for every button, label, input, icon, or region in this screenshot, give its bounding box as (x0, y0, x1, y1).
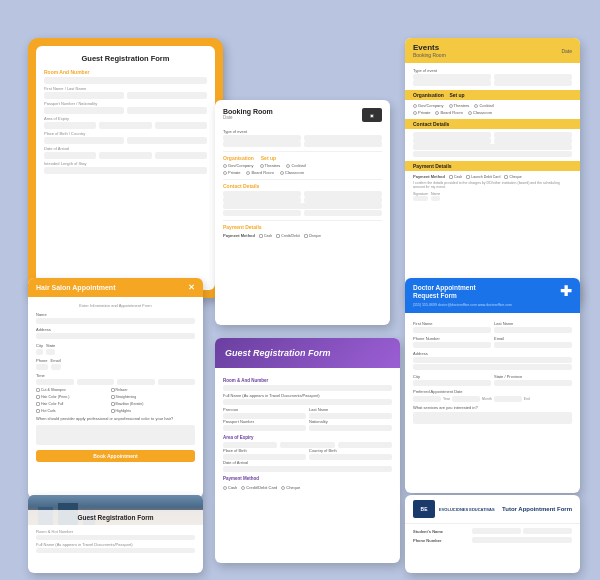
card3-dot-gov (413, 104, 417, 108)
card4-month-field[interactable] (117, 379, 155, 385)
card4-check-cut[interactable] (36, 388, 40, 392)
card1-label-birth: Place of Birth / Country (44, 131, 207, 136)
card3-label-card: Launch Debit Card (471, 175, 500, 179)
card6-name-row: First Name Last Name (413, 318, 572, 333)
card4-city-state-row: City State (36, 340, 195, 355)
card4-end-field[interactable] (158, 379, 196, 385)
card3-note: I confirm the details provided to the ch… (413, 181, 572, 189)
card7-field2[interactable] (36, 548, 195, 553)
card5-passport-field[interactable] (223, 425, 306, 431)
card4-check-color[interactable] (36, 395, 40, 399)
card4-time-sub-row (36, 379, 195, 385)
card6-referred-textarea[interactable] (413, 412, 572, 424)
card8-student-firstname[interactable] (472, 528, 521, 534)
card4-check-highlights[interactable] (111, 409, 115, 413)
card6-state-label: State / Province (494, 374, 572, 379)
card3-dot-board (435, 111, 439, 115)
card5-dot-card (241, 486, 245, 490)
card5-cob-label: Country of Birth (309, 448, 392, 453)
card4-note-textarea[interactable] (36, 425, 195, 445)
card4-services-row: Cut & Shampoo Relaxer Hair Color (Perm.)… (36, 388, 195, 413)
card6-city-field[interactable] (413, 380, 491, 386)
card4-check-straight[interactable] (111, 395, 115, 399)
card1-arrival-month (99, 152, 151, 159)
card5-fullname-field[interactable] (223, 399, 392, 405)
card3-radio-private: Private (413, 110, 430, 115)
card2-radio-label-private: Private (228, 170, 240, 175)
card2-payment-row: Payment Method Cash Credit/Debit Cheque (223, 233, 382, 238)
card4-label-hotcurls: Hot Curls (41, 409, 56, 413)
card4-check-relaxer[interactable] (111, 388, 115, 392)
card4-year-field[interactable] (77, 379, 115, 385)
card2-radio-label-gov: Gov/Company (228, 163, 254, 168)
card3-company (413, 138, 491, 144)
card5-birth-row: Place of Birth Country of Birth (223, 448, 392, 460)
card3-sign-label: Signature (413, 192, 428, 196)
card6-city-state-row: City State / Province (413, 371, 572, 386)
card6-phone-field[interactable] (413, 342, 491, 348)
card6-street-field[interactable] (413, 357, 572, 363)
card5-payment-row: Cash Credit/Debit Card Cheque (223, 485, 392, 490)
card2-radio-label-class: Classroom (285, 170, 304, 175)
card4-check-brazilian[interactable] (111, 402, 115, 406)
card1-lastname (127, 92, 207, 99)
card8-phone-label: Phone Number (413, 538, 468, 543)
card6-time-year[interactable] (413, 396, 441, 402)
card2-check-cheque (304, 234, 308, 238)
card5-room-field[interactable] (223, 385, 392, 391)
card2-check-cash (259, 234, 263, 238)
card5-cob-field[interactable] (309, 454, 392, 460)
card6-email-field[interactable] (494, 342, 572, 348)
card3-label-private: Private (418, 110, 430, 115)
card7-field1[interactable] (36, 535, 195, 540)
card6-cross-icon: ✚ (560, 284, 572, 298)
card4-name-field[interactable] (36, 318, 195, 324)
card3-payment-section: Payment Details (405, 161, 580, 171)
card5-nationality-field[interactable] (309, 425, 392, 431)
card2-label-cash: Cash (264, 234, 272, 238)
guest-registration-photo-card: Guest Registration Form Room & Hot Numbe… (28, 495, 203, 573)
card2-start-time (223, 141, 301, 147)
card4-close-icon[interactable]: ✕ (188, 283, 195, 292)
card2-radio-label-cocktail: Cocktail (291, 163, 305, 168)
card2-check-card (276, 234, 280, 238)
card6-state-field[interactable] (494, 380, 572, 386)
card4-date-field[interactable] (36, 379, 74, 385)
card2-logo: ▣ (362, 108, 382, 122)
card6-time-month[interactable] (452, 396, 480, 402)
card6-address2-field[interactable] (413, 364, 572, 370)
card8-title-block: Tutor Appointment Form (499, 506, 572, 512)
card4-book-button[interactable]: Book Appointment (36, 450, 195, 462)
card4-check-fullcolor[interactable] (36, 402, 40, 406)
card5-label-cheque: Cheque (286, 485, 300, 490)
card8-title: Tutor Appointment Form (499, 506, 572, 512)
card6-time-end[interactable] (494, 396, 522, 402)
card3-radio-theatre: Theatres (449, 103, 470, 108)
card4-email-label: Email (51, 358, 61, 363)
card3-radio-classroom: Classroom (468, 110, 492, 115)
card2-contact-section: Contact Details (223, 179, 382, 189)
card7-title: Guest Registration Form (77, 514, 153, 521)
tutor-appointment-card: BE EVOLUCIONES EDUCATIVAS Tutor Appointm… (405, 495, 580, 573)
card2-org-options: Gov/Company Theatres Cocktail (223, 163, 382, 168)
card8-phone-field[interactable] (472, 537, 572, 543)
card4-time-row: Time (36, 370, 195, 385)
card3-name-label: Name (431, 192, 440, 196)
card4-subtitle: Enter Information and Appointment Form (36, 303, 195, 308)
card2-city-state (223, 210, 382, 216)
card5-arrival-field[interactable] (223, 466, 392, 472)
card4-address-field[interactable] (36, 333, 195, 339)
card6-contact: (555) 555-6699 doctor@doctoroffice.com w… (413, 303, 512, 307)
card3-pay-cash: Cash (449, 175, 462, 179)
card2-radio-dot-board (246, 171, 250, 175)
card8-student-lastname[interactable] (523, 528, 572, 534)
card6-city-label: City (413, 374, 491, 379)
card3-org-options1: Gov/Company Theatres Cocktail (413, 103, 572, 108)
card3-radio-cocktail: Cocktail (474, 103, 493, 108)
card3-sign-field (413, 196, 428, 201)
card4-label-fullcolor: Hair Color Full (41, 402, 63, 406)
card1-country-birth (127, 137, 207, 144)
card3-dot-theatre (449, 104, 453, 108)
card3-check-card (466, 175, 470, 179)
card4-check-hotcurls[interactable] (36, 409, 40, 413)
